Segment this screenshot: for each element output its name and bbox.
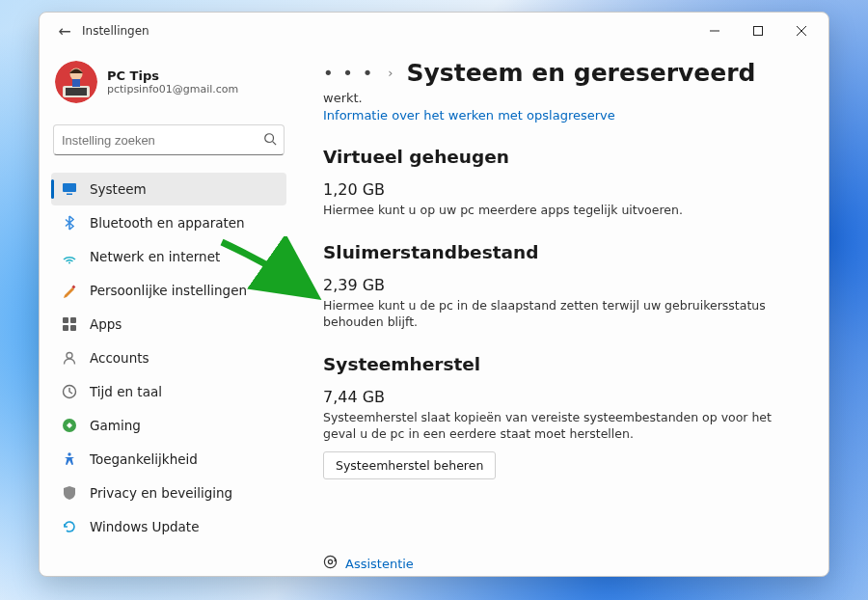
svg-rect-8 [72, 79, 80, 87]
section-value: 1,20 GB [323, 180, 803, 199]
app-title: Instellingen [82, 24, 149, 38]
svg-point-9 [265, 133, 274, 142]
section-heading: Sluimerstandbestand [323, 242, 803, 262]
svg-rect-12 [67, 194, 72, 196]
sidebar-item-label: Windows Update [90, 519, 199, 534]
avatar [55, 61, 97, 103]
sidebar-item-accessibility[interactable]: Toegankelijkheid [51, 443, 286, 476]
section-description: Systeemherstel slaat kopieën van vereist… [323, 410, 803, 443]
profile-email: pctipsinfo01@gmail.com [107, 83, 238, 95]
section-value: 7,44 GB [323, 388, 803, 406]
sidebar-item-label: Persoonlijke instellingen [90, 283, 247, 298]
window-controls [692, 15, 823, 46]
page-title: Systeem en gereserveerd [407, 59, 756, 87]
section-value: 2,39 GB [323, 276, 803, 294]
minimize-button[interactable] [692, 15, 736, 46]
sidebar-item-time[interactable]: Tijd en taal [51, 375, 286, 408]
assist-link[interactable]: Assistentie [323, 555, 414, 572]
svg-point-24 [328, 559, 332, 563]
breadcrumb: • • • › Systeem en gereserveerd [323, 59, 803, 87]
accessibility-icon [61, 450, 78, 468]
assist-icon [323, 555, 338, 572]
sidebar-item-accounts[interactable]: Accounts [51, 341, 286, 374]
assist-label: Assistentie [345, 557, 414, 571]
close-button[interactable] [779, 15, 823, 46]
bluetooth-icon [61, 214, 78, 232]
search-icon [257, 132, 284, 149]
section-heading: Systeemherstel [323, 354, 803, 374]
svg-point-23 [324, 556, 336, 567]
privacy-icon [61, 484, 78, 502]
section-description: Hiermee kunt u op uw pc meerdere apps te… [323, 203, 803, 219]
titlebar: ← Instellingen [40, 13, 828, 49]
update-icon [61, 518, 78, 535]
section-hibernation: Sluimerstandbestand 2,39 GB Hiermee kunt… [323, 242, 803, 331]
maximize-button[interactable] [736, 15, 779, 46]
svg-rect-16 [70, 317, 76, 323]
sidebar-item-label: Tijd en taal [90, 384, 162, 399]
sidebar-item-label: Accounts [90, 350, 149, 366]
section-system-restore: Systeemherstel 7,44 GB Systeemherstel sl… [323, 354, 803, 480]
section-description: Hiermee kunt u de pc in de slaapstand ze… [323, 298, 803, 331]
svg-rect-1 [753, 27, 762, 36]
svg-point-19 [67, 353, 72, 359]
truncated-prev-text: werkt. [323, 91, 803, 105]
sidebar-item-label: Netwerk en internet [90, 249, 220, 264]
time-icon [61, 383, 78, 400]
gaming-icon [61, 417, 78, 434]
manage-system-restore-button[interactable]: Systeemherstel beheren [323, 451, 496, 479]
sidebar-item-label: Apps [90, 316, 122, 332]
network-icon [61, 248, 78, 265]
sidebar-item-privacy[interactable]: Privacy en beveiliging [51, 477, 286, 509]
sidebar-item-label: Gaming [90, 418, 141, 433]
svg-rect-18 [70, 325, 76, 331]
search-box[interactable] [53, 124, 285, 155]
section-virtual-memory: Virtueel geheugen 1,20 GB Hiermee kunt u… [323, 147, 803, 219]
search-input[interactable] [54, 133, 257, 148]
apps-icon [61, 315, 78, 333]
system-icon [61, 180, 78, 198]
svg-line-10 [273, 141, 277, 145]
sidebar-item-bluetooth[interactable]: Bluetooth en apparaten [51, 206, 286, 239]
profile-meta: PC Tips pctipsinfo01@gmail.com [107, 68, 238, 95]
sidebar-item-update[interactable]: Windows Update [51, 510, 286, 543]
content-area: • • • › Systeem en gereserveerd werkt. I… [298, 49, 828, 576]
sidebar-item-system[interactable]: Systeem [51, 173, 286, 205]
chevron-right-icon: › [388, 66, 393, 80]
sidebar-item-label: Systeem [90, 181, 147, 197]
sidebar: PC Tips pctipsinfo01@gmail.com Systeem [40, 49, 298, 576]
nav-list: Systeem Bluetooth en apparaten Netwerk e… [51, 173, 286, 543]
sidebar-item-apps[interactable]: Apps [51, 308, 286, 341]
breadcrumb-overflow[interactable]: • • • [323, 65, 374, 82]
sidebar-item-network[interactable]: Netwerk en internet [51, 240, 286, 273]
sidebar-item-label: Privacy en beveiliging [90, 485, 232, 501]
svg-point-13 [68, 262, 70, 264]
storage-reserve-link[interactable]: Informatie over het werken met opslagres… [323, 108, 615, 123]
svg-rect-6 [66, 88, 87, 95]
personalization-icon [61, 282, 78, 299]
sidebar-item-label: Toegankelijkheid [90, 451, 198, 467]
back-button[interactable]: ← [51, 22, 78, 41]
settings-window: ← Instellingen [39, 12, 829, 577]
svg-rect-11 [63, 183, 76, 192]
svg-point-22 [68, 452, 70, 455]
accounts-icon [61, 349, 78, 367]
sidebar-item-label: Bluetooth en apparaten [90, 215, 245, 231]
svg-rect-15 [63, 317, 68, 323]
sidebar-item-personalization[interactable]: Persoonlijke instellingen [51, 274, 286, 307]
profile-block[interactable]: PC Tips pctipsinfo01@gmail.com [51, 55, 286, 113]
profile-name: PC Tips [107, 68, 238, 83]
svg-rect-17 [63, 325, 68, 331]
sidebar-item-gaming[interactable]: Gaming [51, 409, 286, 442]
section-heading: Virtueel geheugen [323, 147, 803, 167]
